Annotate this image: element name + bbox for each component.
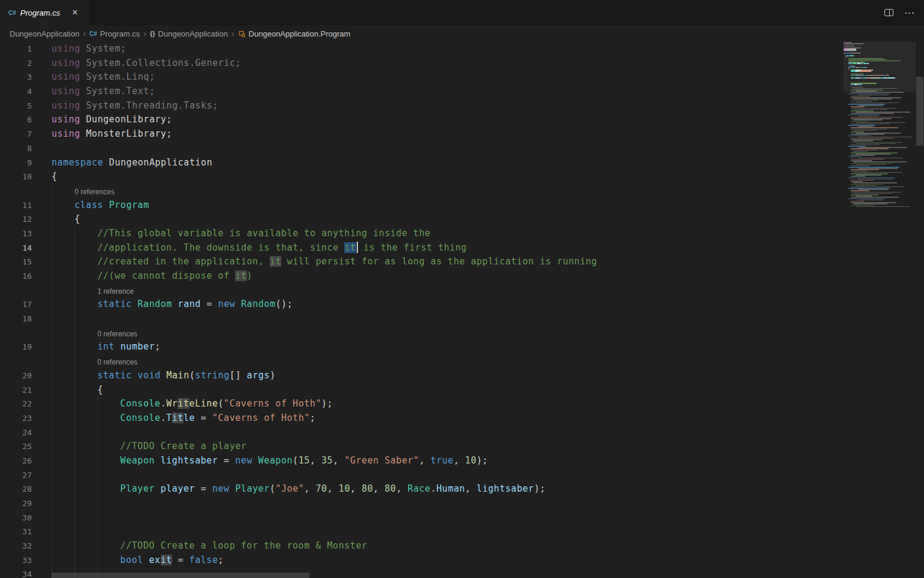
code-line[interactable]: 23Console.Title = "Caverns of Hoth";: [0, 411, 924, 426]
code-token[interactable]: [172, 299, 178, 309]
code-token[interactable]: ,: [310, 455, 321, 466]
code-token[interactable]: 15: [299, 455, 310, 466]
code-line[interactable]: 7using MonsterLibrary;: [0, 127, 924, 142]
code-token[interactable]: ,: [453, 455, 465, 466]
code-token[interactable]: [155, 483, 161, 494]
code-token[interactable]: (: [189, 370, 195, 381]
code-token[interactable]: 80: [362, 483, 373, 494]
code-line[interactable]: 1using System;: [0, 42, 924, 56]
line-number[interactable]: 29: [0, 496, 52, 511]
code-token[interactable]: lightsaber: [161, 455, 218, 466]
code-token[interactable]: MonsterLibrary;: [80, 128, 172, 139]
code-token[interactable]: using: [52, 128, 80, 139]
code-token[interactable]: Wr: [166, 398, 177, 409]
code-token[interactable]: (: [270, 483, 276, 494]
code-token[interactable]: ex: [149, 555, 161, 565]
code-token[interactable]: [115, 341, 121, 352]
code-token[interactable]: 35: [321, 455, 333, 466]
code-token[interactable]: ;: [310, 413, 316, 423]
code-line[interactable]: 19int number;: [0, 340, 924, 354]
code-token[interactable]: "Caverns of Hoth": [212, 413, 310, 423]
code-token[interactable]: ();: [276, 299, 293, 309]
code-token[interactable]: [143, 555, 149, 565]
code-token[interactable]: =: [218, 455, 236, 466]
code-token[interactable]: []: [230, 370, 247, 381]
codelens-label[interactable]: 0 references: [74, 185, 115, 200]
code-token[interactable]: Human: [437, 483, 465, 494]
code-line[interactable]: 29: [0, 496, 924, 511]
line-number[interactable]: 12: [0, 212, 52, 227]
code-token[interactable]: //(we cannot dispose of: [97, 270, 235, 281]
code-token[interactable]: le: [183, 413, 195, 423]
line-number[interactable]: 10: [0, 170, 52, 184]
code-token[interactable]: Program: [109, 200, 149, 210]
code-token[interactable]: Weapon: [258, 455, 293, 466]
line-number[interactable]: 31: [0, 525, 52, 539]
code-token[interactable]: new: [218, 299, 236, 309]
code-token[interactable]: ,: [373, 483, 384, 494]
code-token[interactable]: DungeonApplication: [103, 157, 212, 168]
code-token[interactable]: number: [121, 341, 155, 352]
code-line[interactable]: 24: [0, 426, 924, 440]
more-actions-icon[interactable]: ⋯: [904, 8, 914, 18]
code-token[interactable]: Weapon: [121, 455, 155, 466]
vertical-scrollbar[interactable]: [916, 42, 924, 578]
code-token[interactable]: =: [195, 413, 212, 423]
code-token[interactable]: ;: [155, 341, 161, 352]
code-token[interactable]: it: [161, 555, 172, 565]
code-token[interactable]: [252, 455, 258, 466]
code-line[interactable]: 16//(we cannot dispose of it): [0, 269, 924, 284]
breadcrumb-item[interactable]: C#Program.cs: [89, 29, 140, 38]
code-token[interactable]: is the first thing: [358, 242, 467, 253]
line-number[interactable]: 17: [0, 297, 52, 312]
code-token[interactable]: ,: [333, 455, 344, 466]
line-number[interactable]: 14: [0, 241, 52, 255]
code-token[interactable]: it: [235, 270, 246, 281]
code-token[interactable]: 80: [384, 483, 396, 494]
code-token[interactable]: false: [189, 555, 218, 565]
code-token[interactable]: =: [195, 483, 212, 494]
code-token[interactable]: //application. The downside is that, sin…: [97, 242, 344, 253]
code-token[interactable]: {: [74, 213, 80, 224]
code-token[interactable]: eLine: [189, 398, 218, 409]
code-token[interactable]: Player: [235, 483, 270, 494]
code-token[interactable]: System;: [80, 43, 127, 54]
line-number[interactable]: 32: [0, 539, 52, 553]
code-line[interactable]: 4using System.Text;: [0, 85, 924, 99]
code-token[interactable]: ,: [396, 483, 408, 494]
code-token[interactable]: ,: [304, 483, 315, 494]
code-token[interactable]: 10: [339, 483, 350, 494]
line-number[interactable]: 15: [0, 255, 52, 269]
code-token[interactable]: [230, 483, 236, 494]
code-line[interactable]: 33bool exit = false;: [0, 553, 924, 568]
breadcrumb-item[interactable]: DungeonApplication.Program: [238, 29, 351, 38]
line-number[interactable]: 27: [0, 468, 52, 483]
line-number[interactable]: 5: [0, 99, 52, 113]
code-token[interactable]: using: [52, 71, 80, 82]
code-token[interactable]: ,: [327, 483, 339, 494]
editor[interactable]: 1using System;2using System.Collections.…: [0, 42, 924, 578]
breadcrumb-item[interactable]: {}DungeonApplication: [150, 29, 228, 38]
code-token[interactable]: Console: [121, 398, 161, 409]
code-token[interactable]: Player: [121, 483, 155, 494]
code-token[interactable]: it: [172, 413, 183, 423]
code-token[interactable]: "Joe": [275, 483, 304, 494]
code-token[interactable]: .: [431, 483, 437, 494]
code-token[interactable]: 10: [465, 455, 477, 466]
code-token[interactable]: void: [137, 370, 160, 381]
code-line[interactable]: 26Weapon lightsaber = new Weapon(15, 35,…: [0, 454, 924, 468]
code-line[interactable]: 10{: [0, 170, 924, 184]
code-token[interactable]: );: [477, 455, 488, 466]
code-line[interactable]: 20static void Main(string[] args): [0, 369, 924, 383]
code-token[interactable]: System.Linq;: [80, 71, 155, 82]
codelens-label[interactable]: 0 references: [97, 327, 137, 342]
split-editor-icon[interactable]: [884, 9, 893, 16]
code-line[interactable]: 5using System.Threading.Tasks;: [0, 99, 924, 113]
line-number[interactable]: 13: [0, 227, 52, 241]
line-number[interactable]: 20: [0, 369, 52, 383]
code-token[interactable]: T: [166, 413, 172, 423]
code-line[interactable]: 13//This global variable is available to…: [0, 227, 924, 241]
code-token[interactable]: lightsaber: [477, 483, 534, 494]
breadcrumb-item[interactable]: DungeonApplication: [10, 29, 79, 38]
code-token[interactable]: using: [52, 43, 80, 54]
